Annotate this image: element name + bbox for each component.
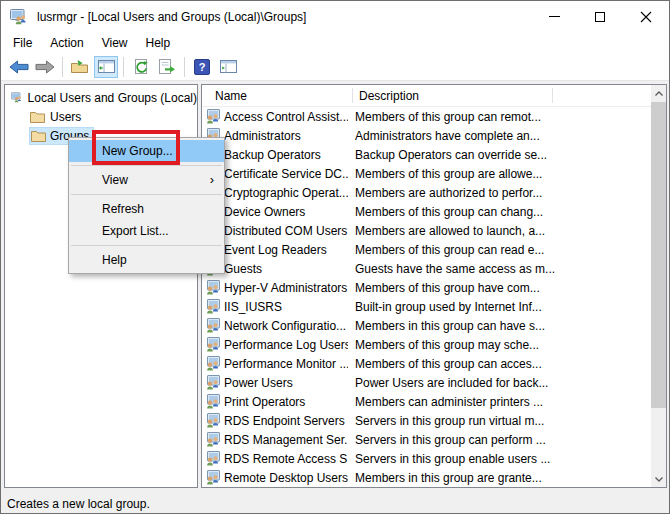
toolbar-separator bbox=[184, 57, 185, 77]
scrollbar-thumb[interactable] bbox=[651, 102, 666, 408]
up-one-level-button[interactable] bbox=[68, 56, 92, 78]
menubar-item[interactable]: View bbox=[93, 34, 137, 52]
menubar-item[interactable]: Help bbox=[137, 34, 180, 52]
menu-item-export-list[interactable]: Export List... bbox=[69, 220, 224, 242]
vertical-scrollbar[interactable] bbox=[651, 85, 666, 487]
window-controls bbox=[531, 1, 669, 32]
group-description: Built-in group used by Internet Inf... bbox=[348, 300, 651, 314]
menubar-item[interactable]: Action bbox=[41, 34, 92, 52]
group-description: Members of this group can remot... bbox=[348, 110, 651, 124]
group-name: Cryptographic Operat... bbox=[220, 186, 348, 200]
column-divider[interactable] bbox=[352, 88, 353, 103]
group-name: Administrators bbox=[220, 129, 348, 143]
menu-separator bbox=[71, 165, 222, 166]
table-row[interactable]: Print Operators Members can administer p… bbox=[202, 392, 651, 411]
submenu-arrow-icon: › bbox=[210, 169, 214, 191]
status-bar: Creates a new local group. bbox=[1, 493, 670, 514]
table-row[interactable]: Performance Monitor ... Members of this … bbox=[202, 354, 651, 373]
menu-item-help[interactable]: Help bbox=[69, 249, 224, 271]
close-button[interactable] bbox=[623, 1, 669, 32]
table-row[interactable]: Event Log Readers Members of this group … bbox=[202, 240, 651, 259]
column-header-description[interactable]: Description bbox=[352, 89, 552, 103]
window-title: lusrmgr - [Local Users and Groups (Local… bbox=[37, 10, 306, 24]
show-action-pane-button[interactable] bbox=[216, 56, 240, 78]
group-description: Servers in this group enable users ... bbox=[348, 452, 651, 466]
table-row[interactable]: Cryptographic Operat... Members are auth… bbox=[202, 183, 651, 202]
group-name: Power Users bbox=[220, 376, 348, 390]
group-name: Event Log Readers bbox=[220, 243, 348, 257]
table-row[interactable]: Network Configuratio... Members in this … bbox=[202, 316, 651, 335]
up-one-level-icon bbox=[71, 59, 89, 74]
minimize-icon bbox=[549, 16, 560, 17]
table-row[interactable]: Power Users Power Users are included for… bbox=[202, 373, 651, 392]
table-row[interactable]: IIS_IUSRS Built-in group used by Interne… bbox=[202, 297, 651, 316]
group-description: Members are authorized to perfor... bbox=[348, 186, 651, 200]
refresh-button[interactable] bbox=[129, 56, 153, 78]
menu-separator bbox=[71, 245, 222, 246]
table-row[interactable]: RDS Endpoint Servers Servers in this gro… bbox=[202, 411, 651, 430]
export-list-button[interactable] bbox=[155, 56, 179, 78]
column-header-name[interactable]: Name bbox=[202, 89, 352, 103]
maximize-button[interactable] bbox=[577, 1, 623, 32]
back-icon bbox=[9, 60, 29, 74]
refresh-icon bbox=[133, 59, 150, 75]
toolbar-separator bbox=[123, 57, 124, 77]
toolbar: ? bbox=[1, 53, 669, 81]
table-row[interactable]: Distributed COM Users Members are allowe… bbox=[202, 221, 651, 240]
scroll-down-icon bbox=[655, 477, 663, 482]
forward-button[interactable] bbox=[33, 56, 57, 78]
table-row[interactable]: Performance Log Users Members of this gr… bbox=[202, 335, 651, 354]
minimize-button[interactable] bbox=[531, 1, 577, 32]
table-row[interactable]: Remote Desktop Users Members in this gro… bbox=[202, 468, 651, 487]
group-description: Guests have the same access as m... bbox=[348, 262, 651, 276]
table-row[interactable]: Hyper-V Administrators Members of this g… bbox=[202, 278, 651, 297]
group-name: Device Owners bbox=[220, 205, 348, 219]
scroll-down-button[interactable] bbox=[651, 471, 666, 487]
menubar-item[interactable]: File bbox=[4, 34, 41, 52]
table-row[interactable]: RDS Remote Access S... Servers in this g… bbox=[202, 449, 651, 468]
column-divider[interactable] bbox=[552, 88, 553, 103]
tree-item-users[interactable]: Users bbox=[5, 107, 197, 126]
scroll-up-button[interactable] bbox=[651, 85, 666, 101]
forward-icon bbox=[35, 60, 55, 74]
group-name: IIS_IUSRS bbox=[220, 300, 348, 314]
table-row[interactable]: Access Control Assist... Members of this… bbox=[202, 107, 651, 126]
show-console-tree-button[interactable] bbox=[94, 56, 118, 78]
title-bar: lusrmgr - [Local Users and Groups (Local… bbox=[1, 1, 669, 32]
group-description: Servers in this group run virtual m... bbox=[348, 414, 651, 428]
group-description: Members can administer printers ... bbox=[348, 395, 651, 409]
table-row[interactable]: RDS Management Ser... Servers in this gr… bbox=[202, 430, 651, 449]
group-rows: Access Control Assist... Members of this… bbox=[202, 107, 651, 487]
menu-separator bbox=[71, 194, 222, 195]
group-description: Backup Operators can override se... bbox=[348, 148, 651, 162]
close-icon bbox=[640, 11, 652, 23]
group-icon bbox=[205, 299, 220, 314]
group-icon bbox=[205, 375, 220, 390]
group-name: Performance Monitor ... bbox=[220, 357, 348, 371]
group-name: RDS Management Ser... bbox=[220, 433, 348, 447]
group-description: Members are allowed to launch, a... bbox=[348, 224, 651, 238]
group-description: Members of this group are allowe... bbox=[348, 167, 651, 181]
tree-root-local-users-and-groups[interactable]: Local Users and Groups (Local) bbox=[5, 88, 197, 107]
tree-root-label: Local Users and Groups (Local) bbox=[28, 91, 197, 105]
group-icon bbox=[205, 394, 220, 409]
group-icon bbox=[205, 413, 220, 428]
help-button[interactable]: ? bbox=[190, 56, 214, 78]
groups-list-panel: Name Description bbox=[201, 84, 667, 488]
group-description: Members of this group have com... bbox=[348, 281, 651, 295]
table-row[interactable]: Administrators Administrators have compl… bbox=[202, 126, 651, 145]
help-icon: ? bbox=[194, 59, 210, 75]
back-button[interactable] bbox=[7, 56, 31, 78]
table-row[interactable]: Guests Guests have the same access as m.… bbox=[202, 259, 651, 278]
table-row[interactable]: Certificate Service DC... Members of thi… bbox=[202, 164, 651, 183]
table-row[interactable]: Backup Operators Backup Operators can ov… bbox=[202, 145, 651, 164]
toolbar-separator bbox=[62, 57, 63, 77]
menu-item-refresh[interactable]: Refresh bbox=[69, 198, 224, 220]
group-name: Distributed COM Users bbox=[220, 224, 348, 238]
export-list-icon bbox=[158, 59, 176, 75]
group-name: Hyper-V Administrators bbox=[220, 281, 348, 295]
folder-icon bbox=[30, 111, 45, 123]
group-description: Members of this group may sche... bbox=[348, 338, 651, 352]
menu-item-view[interactable]: View › bbox=[69, 169, 224, 191]
table-row[interactable]: Device Owners Members of this group can … bbox=[202, 202, 651, 221]
